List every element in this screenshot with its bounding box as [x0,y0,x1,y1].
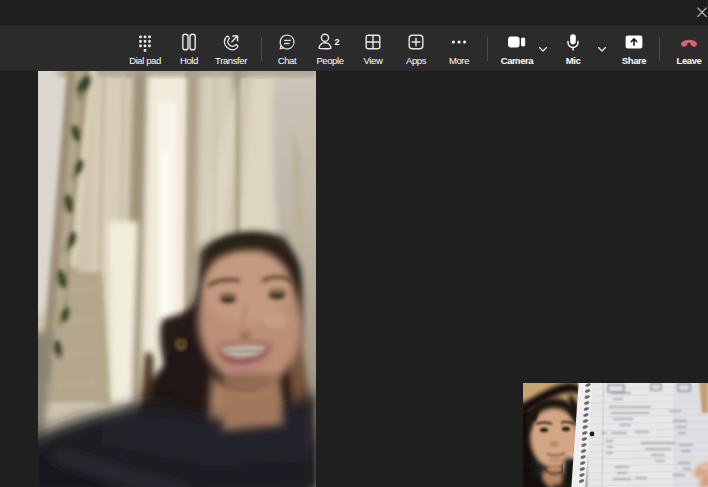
svg-text:2: 2 [335,37,340,47]
